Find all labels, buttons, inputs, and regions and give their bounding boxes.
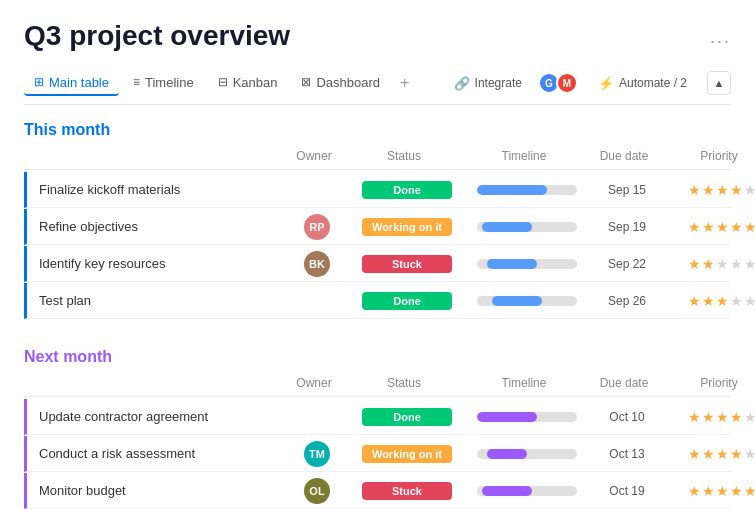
table-row[interactable]: Monitor budget OL Stuck Oct 19 ★★★★★ bbox=[24, 473, 731, 509]
table-row[interactable]: Test plan Done Sep 26 ★★★★★ bbox=[24, 283, 731, 319]
star-5: ★ bbox=[744, 256, 756, 272]
timeline-cell bbox=[467, 185, 587, 195]
star-5: ★ bbox=[744, 293, 756, 309]
status-cell[interactable]: Working on it bbox=[347, 445, 467, 463]
col-priority: Priority bbox=[664, 149, 755, 163]
status-cell[interactable]: Stuck bbox=[347, 255, 467, 273]
timeline-fill bbox=[492, 296, 542, 306]
star-2: ★ bbox=[702, 219, 715, 235]
tab-timeline[interactable]: ≡ Timeline bbox=[123, 71, 204, 96]
star-3: ★ bbox=[716, 483, 729, 499]
star-5: ★ bbox=[744, 219, 756, 235]
star-5: ★ bbox=[744, 483, 756, 499]
tab-kanban[interactable]: ⊟ Kanban bbox=[208, 71, 288, 96]
tab-dashboard[interactable]: ⊠ Dashboard bbox=[291, 71, 390, 96]
star-5: ★ bbox=[744, 446, 756, 462]
table-row[interactable]: Identify key resources BK Stuck Sep 22 ★… bbox=[24, 246, 731, 282]
due-date: Oct 10 bbox=[587, 410, 667, 424]
col-due-date: Due date bbox=[584, 149, 664, 163]
user-avatars: G M bbox=[542, 72, 578, 94]
timeline-cell bbox=[467, 296, 587, 306]
due-date: Sep 26 bbox=[587, 294, 667, 308]
priority-cell[interactable]: ★★★★★ bbox=[667, 219, 755, 235]
automate-button[interactable]: ⚡ Automate / 2 bbox=[590, 72, 695, 95]
task-name: Test plan bbox=[27, 293, 287, 308]
task-name: Refine objectives bbox=[27, 219, 287, 234]
timeline-icon: ≡ bbox=[133, 75, 140, 89]
tab-main-table-label: Main table bbox=[49, 75, 109, 90]
status-badge[interactable]: Done bbox=[362, 292, 452, 310]
section-title-next-month: Next month bbox=[24, 348, 112, 366]
star-4: ★ bbox=[730, 219, 743, 235]
priority-cell[interactable]: ★★★★★ bbox=[667, 182, 755, 198]
automate-label: Automate / 2 bbox=[619, 76, 687, 90]
timeline-fill bbox=[482, 222, 532, 232]
priority-cell[interactable]: ★★★★★ bbox=[667, 256, 755, 272]
priority-cell[interactable]: ★★★★★ bbox=[667, 409, 755, 425]
table-header-next-month: Owner Status Timeline Due date Priority … bbox=[24, 370, 731, 397]
task-name: Conduct a risk assessment bbox=[27, 446, 287, 461]
star-1: ★ bbox=[688, 182, 701, 198]
star-2: ★ bbox=[702, 483, 715, 499]
status-badge[interactable]: Working on it bbox=[362, 218, 452, 236]
timeline-bar bbox=[477, 449, 577, 459]
star-5: ★ bbox=[744, 409, 756, 425]
task-name: Finalize kickoff materials bbox=[27, 182, 287, 197]
status-cell[interactable]: Done bbox=[347, 181, 467, 199]
due-date: Oct 19 bbox=[587, 484, 667, 498]
due-date: Sep 15 bbox=[587, 183, 667, 197]
star-2: ★ bbox=[702, 446, 715, 462]
status-badge[interactable]: Stuck bbox=[362, 255, 452, 273]
status-badge[interactable]: Done bbox=[362, 181, 452, 199]
timeline-bar bbox=[477, 296, 577, 306]
section-next-month: Next month Owner Status Timeline Due dat… bbox=[24, 348, 731, 509]
section-header-this-month: This month bbox=[24, 121, 731, 139]
status-cell[interactable]: Working on it bbox=[347, 218, 467, 236]
timeline-bar bbox=[477, 259, 577, 269]
table-row[interactable]: Conduct a risk assessment TM Working on … bbox=[24, 436, 731, 472]
section-header-next-month: Next month bbox=[24, 348, 731, 366]
priority-cell[interactable]: ★★★★★ bbox=[667, 446, 755, 462]
tabs: ⊞ Main table ≡ Timeline ⊟ Kanban ⊠ Dashb… bbox=[24, 70, 415, 96]
status-cell[interactable]: Stuck bbox=[347, 482, 467, 500]
status-cell[interactable]: Done bbox=[347, 292, 467, 310]
table-row[interactable]: Finalize kickoff materials Done Sep 15 ★… bbox=[24, 172, 731, 208]
star-3: ★ bbox=[716, 409, 729, 425]
table-icon: ⊞ bbox=[34, 75, 44, 89]
status-badge[interactable]: Working on it bbox=[362, 445, 452, 463]
star-4: ★ bbox=[730, 483, 743, 499]
kanban-icon: ⊟ bbox=[218, 75, 228, 89]
table-row[interactable]: Update contractor agreement Done Oct 10 … bbox=[24, 399, 731, 435]
col-owner: Owner bbox=[284, 149, 344, 163]
add-tab-button[interactable]: + bbox=[394, 70, 415, 96]
collapse-button[interactable]: ▲ bbox=[707, 71, 731, 95]
owner-cell: OL bbox=[287, 478, 347, 504]
due-date: Oct 13 bbox=[587, 447, 667, 461]
avatar-owner: OL bbox=[304, 478, 330, 504]
timeline-cell bbox=[467, 412, 587, 422]
priority-cell[interactable]: ★★★★★ bbox=[667, 483, 755, 499]
col-timeline: Timeline bbox=[464, 376, 584, 390]
due-date: Sep 22 bbox=[587, 257, 667, 271]
status-badge[interactable]: Stuck bbox=[362, 482, 452, 500]
toolbar-right: 🔗 Integrate G M ⚡ Automate / 2 ▲ bbox=[446, 71, 731, 95]
timeline-bar bbox=[477, 185, 577, 195]
task-name: Identify key resources bbox=[27, 256, 287, 271]
table-row[interactable]: Refine objectives RP Working on it Sep 1… bbox=[24, 209, 731, 245]
tab-main-table[interactable]: ⊞ Main table bbox=[24, 71, 119, 96]
star-2: ★ bbox=[702, 293, 715, 309]
avatar-owner: RP bbox=[304, 214, 330, 240]
star-2: ★ bbox=[702, 409, 715, 425]
status-badge[interactable]: Done bbox=[362, 408, 452, 426]
timeline-bar bbox=[477, 486, 577, 496]
sections-container: This month Owner Status Timeline Due dat… bbox=[24, 121, 731, 509]
timeline-cell bbox=[467, 449, 587, 459]
section-title-this-month: This month bbox=[24, 121, 110, 139]
priority-cell[interactable]: ★★★★★ bbox=[667, 293, 755, 309]
integrate-button[interactable]: 🔗 Integrate bbox=[446, 72, 530, 95]
star-3: ★ bbox=[716, 446, 729, 462]
status-cell[interactable]: Done bbox=[347, 408, 467, 426]
timeline-fill bbox=[487, 449, 527, 459]
dots-menu[interactable]: ··· bbox=[710, 31, 731, 52]
star-1: ★ bbox=[688, 256, 701, 272]
